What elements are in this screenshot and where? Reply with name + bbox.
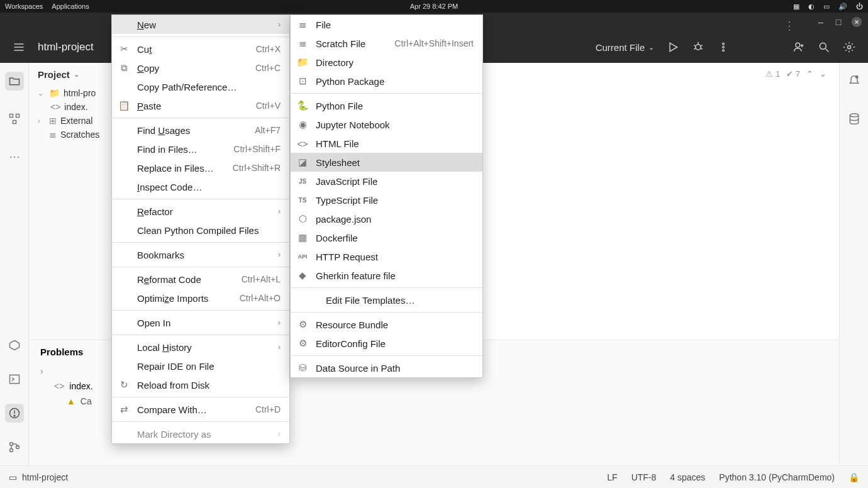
terminal-tool-icon[interactable] — [5, 370, 24, 389]
menu-refactor[interactable]: Refactor› — [112, 202, 289, 221]
menu-replace-in-files[interactable]: Replace in Files…Ctrl+Shift+R — [112, 158, 289, 177]
copy-icon: ⧉ — [118, 62, 130, 74]
editor-context-menu: New› ✂CutCtrl+X ⧉CopyCtrl+C Copy Path/Re… — [111, 14, 290, 444]
menu-repair-ide[interactable]: Repair IDE on File — [112, 357, 289, 375]
html-file-icon: <> — [50, 102, 60, 112]
project-name[interactable]: html-project — [38, 41, 94, 53]
power-icon[interactable]: ⏻ — [856, 3, 863, 10]
prev-highlight-icon[interactable]: ⌃ — [806, 69, 813, 79]
svg-line-10 — [694, 48, 696, 50]
menu-new[interactable]: New› — [112, 15, 289, 34]
search-icon[interactable] — [818, 41, 830, 53]
new-python-file[interactable]: 🐍Python File — [291, 96, 482, 115]
new-typescript-file[interactable]: TSTypeScript File — [291, 191, 482, 209]
right-tool-strip — [839, 63, 868, 465]
new-editorconfig[interactable]: ⚙EditorConfig File — [291, 334, 482, 353]
paste-icon: 📋 — [118, 100, 130, 111]
menu-find-usages[interactable]: Find UsagesAlt+F7 — [112, 121, 289, 140]
reload-icon: ↻ — [118, 379, 130, 391]
svg-point-13 — [723, 47, 725, 48]
svg-point-6 — [696, 45, 701, 50]
menu-clean-pyc[interactable]: Clean Python Compiled Files — [112, 221, 289, 240]
new-stylesheet[interactable]: ◪Stylesheet — [291, 153, 482, 172]
project-tool-icon[interactable] — [5, 72, 24, 91]
next-highlight-icon[interactable]: ⌄ — [820, 69, 826, 79]
status-interpreter[interactable]: Python 3.10 (PyCharmDemo) — [719, 472, 835, 482]
new-resource-bundle[interactable]: ⚙Resource Bundle — [291, 315, 482, 334]
new-dockerfile[interactable]: ▦Dockerfile — [291, 228, 482, 247]
svg-point-29 — [9, 443, 13, 446]
database-tool-icon[interactable] — [845, 109, 864, 128]
gear-icon: ⚙ — [297, 338, 308, 349]
menu-reload-from-disk[interactable]: ↻Reload from Disk — [112, 375, 289, 394]
new-scratch-file[interactable]: ≣Scratch FileCtrl+Alt+Shift+Insert — [291, 34, 482, 53]
editor-more-icon[interactable]: ⋮ — [784, 19, 795, 33]
settings-icon[interactable] — [843, 41, 855, 53]
run-config-selector[interactable]: Current File ⌄ — [596, 42, 654, 53]
menu-mark-directory[interactable]: Mark Directory as› — [112, 424, 289, 443]
menu-local-history[interactable]: Local History› — [112, 338, 289, 357]
os-workspaces[interactable]: Workspaces — [5, 3, 43, 10]
menu-compare-with[interactable]: ⇄Compare With…Ctrl+D — [112, 400, 289, 419]
chevron-right-icon[interactable]: › — [38, 117, 45, 125]
new-gherkin[interactable]: ◆Gherkin feature file — [291, 266, 482, 285]
notifications-icon[interactable] — [845, 72, 864, 91]
status-indent[interactable]: 4 spaces — [670, 472, 705, 482]
menu-optimize-imports[interactable]: Optimize ImportsCtrl+Alt+O — [112, 289, 289, 308]
new-python-package[interactable]: ⊡Python Package — [291, 72, 482, 91]
new-html-file[interactable]: <>HTML File — [291, 134, 482, 153]
minimize-button[interactable]: – — [816, 18, 825, 26]
menu-copy[interactable]: ⧉CopyCtrl+C — [112, 58, 289, 77]
status-encoding[interactable]: UTF-8 — [632, 472, 657, 482]
menu-copy-path[interactable]: Copy Path/Reference… — [112, 77, 289, 96]
volume-icon[interactable]: 🔊 — [838, 3, 847, 11]
os-applications[interactable]: Applications — [52, 3, 89, 10]
menu-inspect-code[interactable]: Inspect Code… — [112, 177, 289, 196]
vcs-tool-icon[interactable] — [5, 438, 24, 457]
svg-point-30 — [9, 449, 13, 452]
tray-icon[interactable]: ▦ — [793, 3, 799, 11]
svg-rect-21 — [9, 114, 13, 118]
warnings-badge[interactable]: ⚠ 1 — [765, 69, 780, 79]
status-project[interactable]: html-project — [22, 472, 68, 482]
more-tools-icon[interactable]: ⋯ — [5, 147, 24, 166]
problems-tool-icon[interactable] — [5, 404, 24, 423]
status-line-sep[interactable]: LF — [607, 472, 617, 482]
library-icon: ⊞ — [49, 116, 57, 126]
structure-tool-icon[interactable] — [5, 109, 24, 128]
services-tool-icon[interactable] — [5, 336, 24, 355]
more-actions-icon[interactable] — [717, 41, 730, 53]
close-button[interactable] — [852, 17, 862, 27]
chevron-right-icon: › — [278, 318, 281, 327]
tray-icon[interactable]: ◐ — [808, 3, 815, 11]
new-package-json[interactable]: ⬡package.json — [291, 209, 482, 228]
debug-button[interactable] — [692, 41, 704, 53]
new-datasource-in-path[interactable]: ⛁Data Source in Path — [291, 358, 482, 377]
new-directory[interactable]: 📁Directory — [291, 53, 482, 72]
new-jupyter[interactable]: ◉Jupyter Notebook — [291, 115, 482, 134]
menu-bookmarks[interactable]: Bookmarks› — [112, 245, 289, 264]
new-http-request[interactable]: APIHTTP Request — [291, 247, 482, 266]
checks-badge[interactable]: ✔ 7 — [786, 69, 800, 79]
menu-paste[interactable]: 📋PasteCtrl+V — [112, 96, 289, 115]
menu-reformat[interactable]: Reformat CodeCtrl+Alt+L — [112, 270, 289, 289]
code-with-me-icon[interactable] — [793, 41, 805, 53]
run-button[interactable] — [667, 41, 679, 53]
gear-icon: ⚙ — [297, 319, 308, 330]
tray-icon[interactable]: ▭ — [823, 3, 830, 11]
svg-line-9 — [701, 45, 703, 47]
menu-open-in[interactable]: Open In› — [112, 313, 289, 332]
chevron-right-icon: › — [278, 20, 281, 29]
status-project-icon[interactable]: ▭ — [9, 472, 17, 482]
new-file[interactable]: ≣File — [291, 15, 482, 34]
main-menu-icon[interactable] — [13, 41, 25, 53]
new-submenu: ≣File ≣Scratch FileCtrl+Alt+Shift+Insert… — [290, 14, 483, 378]
menu-cut[interactable]: ✂CutCtrl+X — [112, 40, 289, 58]
os-tray: ▦ ◐ ▭ 🔊 ⏻ — [793, 3, 863, 11]
edit-file-templates[interactable]: Edit File Templates… — [291, 291, 482, 309]
chevron-down-icon[interactable]: ⌄ — [38, 89, 45, 97]
menu-find-in-files[interactable]: Find in Files…Ctrl+Shift+F — [112, 140, 289, 158]
new-javascript-file[interactable]: JSJavaScript File — [291, 172, 482, 191]
maximize-button[interactable]: □ — [834, 18, 843, 26]
status-lock-icon[interactable]: 🔒 — [849, 472, 859, 482]
